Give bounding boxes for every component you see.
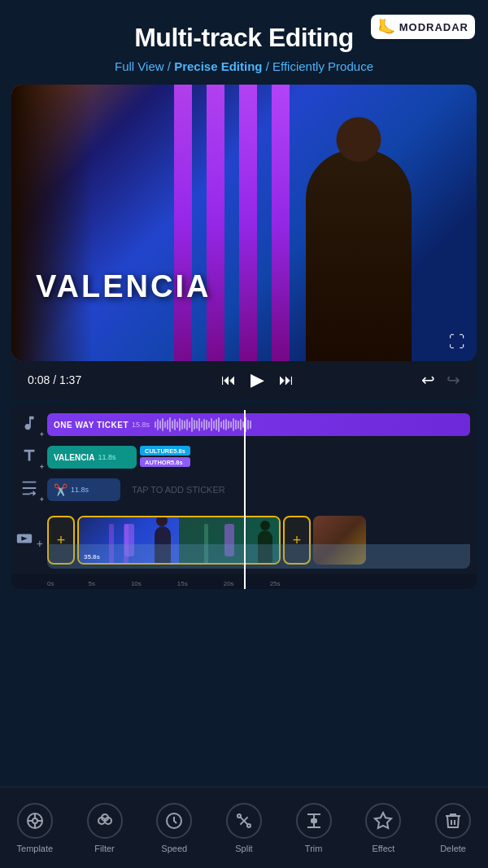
author-chip[interactable]: AUTHOR 5.8s [140, 457, 190, 467]
toolbar-delete[interactable]: Delete [429, 803, 477, 853]
music-track-duration: 15.8s [132, 421, 150, 429]
pillar-3 [239, 85, 257, 361]
undo-button[interactable]: ↩ [421, 370, 435, 390]
delete-label: Delete [440, 844, 466, 853]
video-preview: VALENCIA ⛶ [11, 85, 477, 361]
music-track-icon[interactable]: + [11, 414, 47, 435]
video-overlay-text: VALENCIA [36, 269, 211, 304]
speed-icon [156, 803, 192, 839]
toolbar-effect[interactable]: Effect [359, 803, 407, 853]
timeline-inner: + ONE WAY TICKET 15.8s + [11, 410, 477, 589]
transport-controls: ⏮ ▶ ⏭ [221, 369, 294, 390]
author-label: AUTHOR [145, 459, 171, 466]
sticker-track-icon[interactable]: + [11, 479, 47, 500]
speed-label: Speed [161, 844, 187, 853]
music-add-icon: + [40, 430, 44, 438]
person-silhouette [306, 150, 412, 361]
ruler-mark-15s: 15s [177, 580, 188, 587]
subtitle-part2: Precise Editing [174, 59, 262, 73]
sticker-track-content: ✂️ 11.8s TAP TO ADD STICKER [47, 478, 477, 501]
svg-point-2 [33, 818, 37, 823]
fullscreen-button[interactable]: ⛶ [449, 333, 465, 351]
subtitle: Full View / Precise Editing / Efficientl… [16, 59, 472, 73]
ruler-mark-25s: 25s [270, 580, 281, 587]
sticker-track: ✂️ 11.8s TAP TO ADD STICKER [47, 478, 470, 501]
sticker-scissors-icon: ✂️ [54, 483, 68, 496]
text-track-main[interactable]: VALENCIA 11.8s [47, 446, 137, 469]
play-button[interactable]: ▶ [251, 369, 264, 390]
sticker-clip[interactable]: ✂️ 11.8s [47, 478, 120, 501]
video-clip-track-content: + 35. [47, 510, 477, 569]
svg-rect-16 [312, 819, 316, 822]
undo-redo-controls: ↩ ↪ [421, 370, 460, 390]
author-duration: 5.8s [171, 459, 183, 466]
bottom-toolbar: Template Filter Speed Split Trim Effect [0, 787, 488, 868]
sticker-add-label[interactable]: TAP TO ADD STICKER [132, 485, 225, 495]
trim-icon [296, 803, 332, 839]
text-track-row: + VALENCIA 11.8s CULTURE 5.8s AUTHOR 5.8… [11, 443, 477, 472]
pillar-1 [174, 85, 192, 361]
ruler-mark-5s: 5s [88, 580, 94, 587]
video-bg: VALENCIA ⛶ [11, 85, 477, 361]
split-icon [226, 803, 262, 839]
culture-label: CULTURE [145, 447, 173, 455]
timeline-ruler: 0s 5s 10s 15s 20s 25s [11, 574, 477, 589]
clip-extra-inner [313, 516, 366, 565]
waveform [155, 417, 464, 432]
video-clip-track: + 35. [47, 512, 470, 569]
left-structure [11, 85, 93, 361]
logo-icon: 🦶 [377, 18, 395, 36]
subtitle-part3: Efficiently Produce [272, 59, 373, 73]
sticker-add-icon: + [40, 495, 44, 504]
music-track-label: ONE WAY TICKET [54, 421, 129, 430]
effect-icon [365, 803, 401, 839]
template-label: Template [17, 844, 54, 853]
text-track-sub: CULTURE 5.8s AUTHOR 5.8s [140, 446, 190, 469]
transport-bar: 0:08 / 1:37 ⏮ ▶ ⏭ ↩ ↪ [11, 361, 477, 399]
toolbar-split[interactable]: Split [220, 803, 268, 853]
pillar-2 [207, 85, 224, 361]
culture-duration: 5.8s [173, 447, 185, 455]
logo-text: MODRADAR [399, 21, 468, 33]
toolbar-speed[interactable]: Speed [150, 803, 198, 853]
logo-badge: 🦶 MODRADAR [371, 15, 475, 39]
sticker-duration: 11.8s [71, 486, 89, 494]
video-add-icon: + [37, 537, 43, 550]
culture-chip[interactable]: CULTURE 5.8s [140, 446, 190, 456]
subtitle-sep2: / [263, 59, 273, 73]
timeline-area: + ONE WAY TICKET 15.8s + [11, 405, 477, 589]
video-track-icon[interactable]: + [11, 530, 47, 550]
ruler-marks: 0s 5s 10s 15s 20s 25s [47, 580, 477, 587]
sticker-track-row: + ✂️ 11.8s TAP TO ADD STICKER [11, 475, 477, 504]
music-track-row: + ONE WAY TICKET 15.8s [11, 410, 477, 439]
clip-extra [313, 516, 366, 565]
music-track-content: ONE WAY TICKET 15.8s [47, 413, 477, 436]
effect-label: Effect [372, 844, 394, 853]
split-label: Split [235, 844, 252, 853]
time-display: 0:08 / 1:37 [28, 373, 93, 386]
subtitle-part1: Full View [115, 59, 164, 73]
trim-label: Trim [305, 844, 323, 853]
toolbar-template[interactable]: Template [11, 803, 59, 853]
text-main-label: VALENCIA [54, 453, 94, 462]
text-track-icon[interactable]: + [11, 447, 47, 468]
toolbar-filter[interactable]: Filter [81, 803, 129, 853]
music-track-clip[interactable]: ONE WAY TICKET 15.8s [47, 413, 470, 436]
svg-marker-17 [375, 813, 391, 828]
filter-icon [87, 803, 123, 839]
skip-back-button[interactable]: ⏮ [221, 372, 236, 389]
text-tracks: VALENCIA 11.8s CULTURE 5.8s AUTHOR 5.8s [47, 446, 470, 469]
video-clip-track-row: + + [11, 508, 477, 571]
skip-forward-button[interactable]: ⏭ [279, 372, 294, 389]
template-icon [17, 803, 53, 839]
header: 🦶 MODRADAR Multi-track Editing Full View… [0, 0, 488, 85]
delete-icon [435, 803, 471, 839]
toolbar-trim[interactable]: Trim [290, 803, 338, 853]
subtitle-sep1: / [164, 59, 175, 73]
filter-label: Filter [94, 844, 114, 853]
redo-button[interactable]: ↪ [447, 370, 460, 390]
ruler-mark-10s: 10s [131, 580, 142, 587]
text-main-duration: 11.8s [98, 453, 115, 461]
text-add-icon: + [40, 463, 44, 471]
pillar-4 [272, 85, 290, 361]
